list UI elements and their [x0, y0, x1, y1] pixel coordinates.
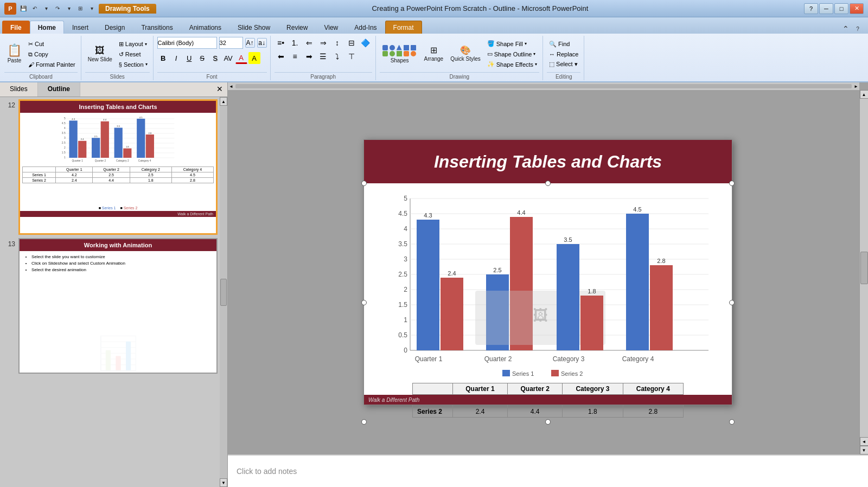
svg-text:4: 4 [404, 225, 407, 233]
font-color-button[interactable]: A [235, 52, 247, 64]
scroll-right-btn[interactable]: ► [854, 84, 858, 89]
notes-area[interactable]: Click to add notes [228, 454, 868, 487]
more-qa-btn[interactable]: ▾ [64, 4, 74, 14]
close-btn[interactable]: ✕ [850, 3, 864, 14]
align-left-button[interactable]: ⬅ [275, 50, 288, 62]
strikethrough-button[interactable]: S [196, 52, 208, 64]
italic-button[interactable]: I [170, 52, 182, 64]
slide-12-thumb[interactable]: Inserting Tables and Charts 5 4.5 4 3.5 … [18, 99, 218, 235]
copy-button[interactable]: ⧉ Copy [26, 50, 78, 59]
new-slide-button[interactable]: 🖼 New Slide [85, 39, 115, 69]
format-painter-button[interactable]: 🖌 Format Painter [26, 60, 78, 69]
svg-rect-22 [92, 138, 100, 158]
tab-outline[interactable]: Outline [38, 82, 80, 97]
handle-ml[interactable] [361, 300, 367, 305]
tab-slideshow[interactable]: Slide Show [229, 21, 278, 34]
paste-button[interactable]: 📋 Paste [4, 39, 24, 69]
justify-button[interactable]: ☰ [317, 50, 330, 62]
customize-arrow[interactable]: ▾ [87, 4, 97, 14]
scrollbar-up-btn[interactable]: ▲ [220, 97, 227, 106]
undo-qa-btn[interactable]: ↶ [30, 4, 40, 14]
align-right-button[interactable]: ➡ [303, 50, 316, 62]
ribbon-collapse-btn[interactable]: ⌃ [841, 24, 851, 34]
char-spacing-button[interactable]: AV [222, 52, 234, 64]
paste-label: Paste [8, 57, 22, 63]
handle-br[interactable] [729, 419, 735, 425]
handle-mr[interactable] [729, 300, 735, 305]
text-highlight-button[interactable]: A [248, 52, 260, 64]
tab-home[interactable]: Home [30, 21, 64, 34]
tab-animations[interactable]: Animations [181, 21, 229, 34]
underline-button[interactable]: U [183, 52, 195, 64]
shape-outline-button[interactable]: ▭ Shape Outline ▾ [485, 49, 539, 59]
handle-tm[interactable] [545, 181, 551, 186]
decrease-indent-button[interactable]: ⇐ [303, 37, 316, 49]
work-area: Slides Outline ✕ 12 Inserting Tables and… [0, 82, 868, 487]
svg-text:4.4: 4.4 [517, 209, 525, 216]
shape-effects-button[interactable]: ✨ Shape Effects ▾ [485, 60, 539, 69]
replace-button[interactable]: ↔ Replace [547, 50, 580, 59]
numbering-button[interactable]: 1. [289, 37, 302, 49]
handle-tr[interactable] [729, 181, 735, 186]
shadow-button[interactable]: S [209, 52, 221, 64]
ribbon-help-btn[interactable]: ? [853, 24, 863, 34]
svg-text:1.8: 1.8 [588, 288, 596, 294]
shapes-button[interactable]: Shapes [380, 39, 420, 69]
bold-button[interactable]: B [157, 52, 169, 64]
vscroll-down-btn[interactable]: ▼ [860, 446, 869, 454]
font-family-input[interactable] [157, 37, 217, 49]
help-btn[interactable]: ? [804, 3, 818, 14]
customize-qa-btn[interactable]: ⊞ [75, 4, 85, 14]
font-size-input[interactable] [219, 37, 243, 49]
tab-file[interactable]: File [2, 21, 30, 34]
tab-slides[interactable]: Slides [0, 82, 38, 97]
tab-view[interactable]: View [316, 21, 346, 34]
slide-13-thumb[interactable]: Working with Animation Select the slide … [18, 238, 218, 374]
tab-addins[interactable]: Add-Ins [346, 21, 385, 34]
line-spacing-button[interactable]: ↕ [331, 37, 344, 49]
maximize-btn[interactable]: □ [834, 3, 848, 14]
tab-review[interactable]: Review [278, 21, 316, 34]
undo-arrow[interactable]: ▾ [41, 4, 51, 14]
convert-smartart-button[interactable]: 🔷 [359, 37, 372, 49]
columns-button[interactable]: ⊟ [345, 37, 358, 49]
scroll-left-btn[interactable]: ◄ [229, 84, 233, 89]
arrange-button[interactable]: ⊞ Arrange [422, 39, 446, 69]
layout-button[interactable]: ⊞ Layout ▾ [117, 40, 150, 49]
redo-qa-btn[interactable]: ↷ [53, 4, 62, 14]
cut-button[interactable]: ✂ Cut [26, 40, 78, 49]
align-center-button[interactable]: ≡ [289, 50, 302, 62]
bullets-button[interactable]: ≡• [275, 37, 288, 49]
section-button[interactable]: § Section ▾ [117, 60, 150, 69]
select-button[interactable]: ⬚ Select ▾ [547, 60, 580, 69]
slide-panel-scrollbar[interactable]: ▲ ▼ [220, 97, 227, 487]
vscroll-mid-btn[interactable]: ◄ [860, 437, 869, 446]
increase-font-btn[interactable]: A↑ [245, 38, 255, 48]
handle-bl[interactable] [361, 419, 367, 425]
shape-fill-button[interactable]: 🪣 Shape Fill ▾ [485, 39, 539, 48]
panel-close-btn[interactable]: ✕ [212, 82, 227, 97]
tab-design[interactable]: Design [97, 21, 133, 34]
increase-indent-button[interactable]: ⇒ [317, 37, 330, 49]
svg-text:1: 1 [404, 316, 407, 324]
tab-transitions[interactable]: Transitions [133, 21, 181, 34]
text-direction-button[interactable]: ⤵ [331, 50, 344, 62]
handle-bm[interactable] [545, 419, 551, 425]
decrease-font-btn[interactable]: a↓ [257, 38, 267, 48]
handle-tl[interactable] [361, 181, 367, 186]
scrollbar-down-btn[interactable]: ▼ [220, 478, 227, 487]
scrollbar-thumb[interactable] [220, 279, 227, 306]
tab-format[interactable]: Format [385, 21, 422, 34]
save-qa-btn[interactable]: 💾 [18, 4, 28, 14]
vertical-scrollbar[interactable]: ▲ ◄ ▼ [859, 90, 868, 454]
bar-cat4-s2 [650, 265, 673, 350]
reset-button[interactable]: ↺ Reset [117, 50, 150, 59]
find-button[interactable]: 🔍 Find [547, 40, 580, 49]
quick-styles-button[interactable]: 🎨 Quick Styles [448, 39, 483, 69]
vscroll-up-btn[interactable]: ▲ [860, 90, 869, 99]
vscroll-thumb[interactable] [860, 252, 868, 284]
svg-text:Quarter 1: Quarter 1 [415, 355, 443, 363]
align-text-button[interactable]: ⊤ [345, 50, 358, 62]
minimize-btn[interactable]: ─ [819, 3, 833, 14]
tab-insert[interactable]: Insert [64, 21, 97, 34]
